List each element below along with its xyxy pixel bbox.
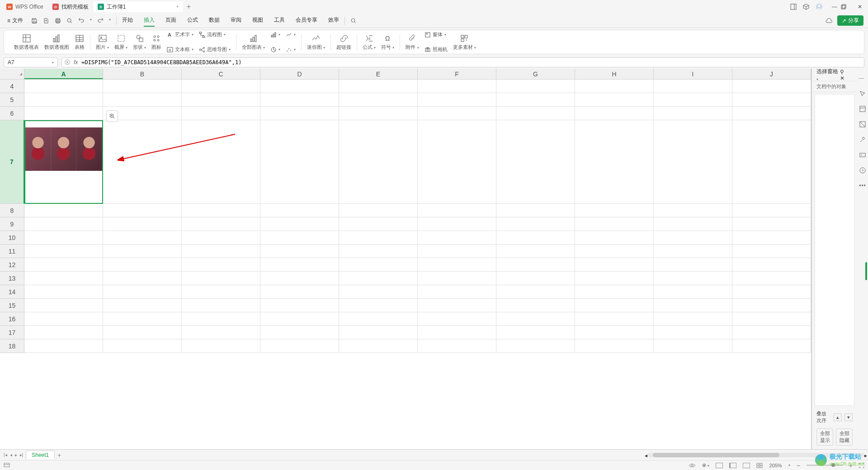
print-icon[interactable]: [55, 18, 61, 24]
cell[interactable]: [732, 244, 811, 258]
panel-toggle-icon[interactable]: [790, 4, 803, 10]
cell[interactable]: [654, 285, 732, 299]
spreadsheet-grid[interactable]: A B C D E F G H I J 45678910111213141516…: [0, 69, 811, 449]
cell[interactable]: [575, 107, 654, 120]
row-header-8[interactable]: 8: [0, 204, 24, 217]
select-all-corner[interactable]: [0, 69, 24, 79]
sheet-nav-last[interactable]: ▸|: [20, 452, 24, 457]
cell[interactable]: [575, 244, 654, 258]
menu-tab-data[interactable]: 数据: [209, 14, 220, 27]
mindmap-button[interactable]: 思维导图▾: [199, 43, 231, 56]
export-icon[interactable]: [43, 18, 49, 24]
flowchart-button[interactable]: 流程图▾: [199, 28, 231, 42]
eye-icon[interactable]: [689, 463, 696, 468]
cell[interactable]: [496, 326, 575, 339]
icons-button[interactable]: 图标: [151, 34, 161, 51]
cell[interactable]: [732, 120, 811, 204]
cell[interactable]: [103, 299, 182, 312]
cell[interactable]: [182, 80, 260, 93]
app-tab[interactable]: W WPS Office: [2, 1, 48, 12]
column-header-c[interactable]: C: [182, 69, 260, 79]
cell[interactable]: [418, 312, 496, 326]
chart-bar-icon[interactable]: ▾: [270, 28, 280, 42]
cell[interactable]: [24, 326, 103, 339]
pivot-chart-button[interactable]: 数据透视图: [44, 34, 69, 51]
cell[interactable]: [732, 258, 811, 272]
hscroll-thumb[interactable]: [653, 453, 779, 457]
cell[interactable]: [654, 312, 732, 326]
cell[interactable]: [496, 120, 575, 204]
cell[interactable]: [732, 326, 811, 339]
zoom-out-button[interactable]: −: [797, 462, 800, 469]
cell[interactable]: [418, 244, 496, 258]
cell[interactable]: [732, 272, 811, 285]
cell[interactable]: [575, 80, 654, 93]
cell[interactable]: [654, 272, 732, 285]
redo-dropdown[interactable]: ▾: [109, 18, 111, 24]
cell[interactable]: [182, 285, 260, 299]
cell[interactable]: [732, 339, 811, 353]
cell[interactable]: [24, 339, 103, 353]
cell[interactable]: [103, 285, 182, 299]
workbook-tab[interactable]: S 工作簿1 •: [93, 1, 183, 12]
row-header-11[interactable]: 11: [0, 244, 24, 258]
cell[interactable]: [654, 107, 732, 120]
cell[interactable]: [654, 299, 732, 312]
cell[interactable]: [732, 107, 811, 120]
cell[interactable]: [339, 107, 418, 120]
cell[interactable]: [24, 258, 103, 272]
row-header-15[interactable]: 15: [0, 299, 24, 312]
menu-tab-efficiency[interactable]: 效率: [328, 14, 339, 27]
cell[interactable]: [418, 299, 496, 312]
cell[interactable]: [260, 217, 339, 231]
cell[interactable]: [418, 285, 496, 299]
panel-object-list[interactable]: [815, 94, 854, 406]
cell[interactable]: [339, 120, 418, 204]
cell[interactable]: [496, 217, 575, 231]
cell[interactable]: [103, 272, 182, 285]
cell[interactable]: [103, 312, 182, 326]
rail-select-icon[interactable]: [859, 89, 867, 98]
cell[interactable]: [575, 272, 654, 285]
hscroll-right-icon[interactable]: ▸: [864, 452, 867, 459]
namebox-dropdown-icon[interactable]: ▾: [52, 61, 54, 65]
row-header-6[interactable]: 6: [0, 107, 24, 120]
cell[interactable]: [654, 258, 732, 272]
cell[interactable]: [654, 231, 732, 244]
cell[interactable]: [260, 80, 339, 93]
sparkline-button[interactable]: 迷你图 ▾: [307, 34, 325, 51]
textbox-button[interactable]: A文本框▾: [167, 43, 193, 56]
cell[interactable]: [575, 312, 654, 326]
cell[interactable]: [496, 312, 575, 326]
add-sheet-button[interactable]: +: [57, 451, 61, 459]
redo-icon[interactable]: [97, 18, 104, 24]
cell[interactable]: [182, 217, 260, 231]
table-button[interactable]: 表格: [75, 34, 85, 51]
cell[interactable]: [575, 120, 654, 204]
cell[interactable]: [103, 231, 182, 244]
cell[interactable]: [103, 217, 182, 231]
cell[interactable]: [339, 272, 418, 285]
cell[interactable]: [182, 244, 260, 258]
embedded-image[interactable]: [25, 127, 102, 171]
rail-style-icon[interactable]: [859, 120, 867, 128]
cell[interactable]: [182, 204, 260, 217]
row-header-10[interactable]: 10: [0, 231, 24, 244]
row-header-17[interactable]: 17: [0, 326, 24, 339]
rail-more-icon[interactable]: •••: [859, 182, 867, 190]
symbol-button[interactable]: Ω符号 ▾: [381, 34, 394, 51]
cell[interactable]: [496, 80, 575, 93]
cell[interactable]: [339, 244, 418, 258]
cell[interactable]: [103, 339, 182, 353]
cell[interactable]: [339, 93, 418, 107]
cell[interactable]: [182, 326, 260, 339]
cell[interactable]: [339, 80, 418, 93]
cell[interactable]: [260, 312, 339, 326]
cell[interactable]: [418, 231, 496, 244]
cell[interactable]: [732, 204, 811, 217]
rail-tools-icon[interactable]: [859, 136, 867, 144]
menu-tab-tools[interactable]: 工具: [274, 14, 285, 27]
cell[interactable]: [260, 107, 339, 120]
rail-layout-icon[interactable]: [859, 105, 867, 113]
view-normal-icon[interactable]: [716, 463, 723, 468]
